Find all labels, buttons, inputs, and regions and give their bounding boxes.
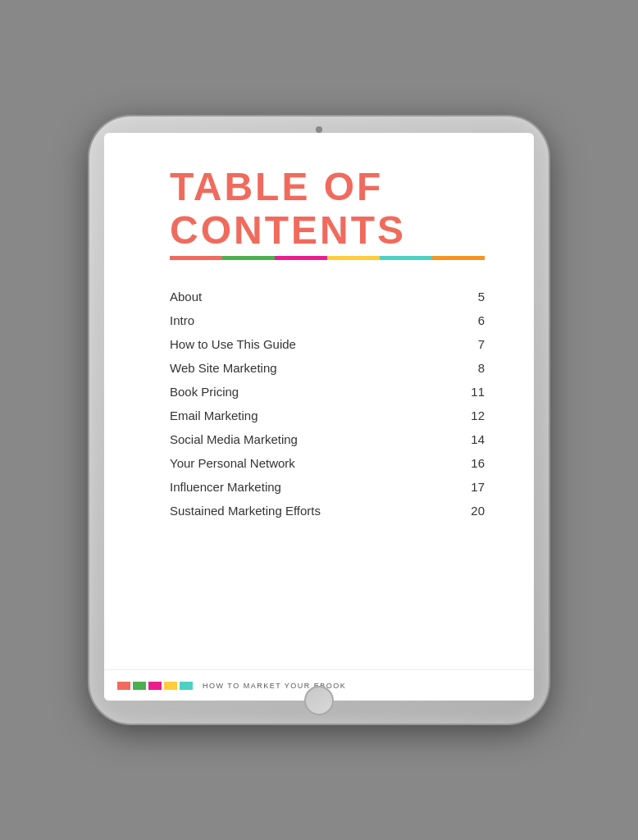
toc-row[interactable]: About5 (170, 285, 485, 308)
toc-row[interactable]: Social Media Marketing14 (170, 427, 485, 451)
footer-block-green (133, 682, 146, 690)
toc-item-page: 6 (478, 313, 485, 327)
toc-item-page: 14 (471, 432, 485, 446)
toc-row[interactable]: Web Site Marketing8 (170, 356, 485, 380)
toc-item-label: Sustained Marketing Efforts (170, 504, 321, 518)
toc-item-page: 5 (478, 290, 485, 304)
page-title: TABLE OF CONTENTS (170, 166, 485, 253)
footer-color-blocks (117, 682, 193, 690)
title-section: TABLE OF CONTENTS (170, 166, 485, 260)
color-bar-green (222, 256, 275, 260)
page-content: TABLE OF CONTENTS About5Intro6How to Use… (104, 133, 534, 669)
toc-row[interactable]: Intro6 (170, 308, 485, 332)
color-bar-orange (432, 256, 485, 260)
toc-table: About5Intro6How to Use This Guide7Web Si… (170, 285, 485, 523)
color-bar (170, 256, 485, 260)
toc-item-page: 16 (471, 456, 485, 470)
toc-item-label: How to Use This Guide (170, 337, 296, 351)
toc-item-label: Book Pricing (170, 385, 239, 399)
footer-block-red (117, 682, 130, 690)
toc-item-label: Social Media Marketing (170, 432, 298, 446)
color-bar-pink (275, 256, 327, 260)
toc-item-label: Influencer Marketing (170, 480, 281, 494)
toc-item-label: Intro (170, 313, 194, 327)
tablet-screen: TABLE OF CONTENTS About5Intro6How to Use… (104, 133, 534, 701)
tablet-device: TABLE OF CONTENTS About5Intro6How to Use… (89, 116, 549, 724)
toc-item-page: 20 (471, 504, 485, 518)
toc-item-page: 12 (471, 409, 485, 422)
toc-item-label: About (170, 290, 202, 304)
footer-block-pink (148, 682, 162, 690)
color-bar-teal (380, 256, 432, 260)
toc-item-label: Email Marketing (170, 409, 258, 422)
home-button[interactable] (304, 686, 334, 715)
toc-row[interactable]: How to Use This Guide7 (170, 332, 485, 356)
toc-row[interactable]: Email Marketing12 (170, 404, 485, 427)
toc-row[interactable]: Influencer Marketing17 (170, 475, 485, 499)
toc-item-page: 17 (471, 480, 485, 494)
toc-item-label: Web Site Marketing (170, 361, 277, 375)
toc-row[interactable]: Sustained Marketing Efforts20 (170, 499, 485, 523)
footer-block-yellow (164, 682, 177, 690)
toc-item-page: 11 (471, 385, 485, 399)
toc-item-page: 7 (478, 337, 485, 351)
toc-row[interactable]: Book Pricing11 (170, 380, 485, 404)
toc-item-label: Your Personal Network (170, 456, 295, 470)
toc-item-page: 8 (478, 361, 485, 375)
color-bar-yellow (327, 256, 380, 260)
camera-dot (316, 126, 322, 133)
toc-row[interactable]: Your Personal Network16 (170, 451, 485, 475)
color-bar-red (170, 256, 222, 260)
footer-block-teal (180, 682, 193, 690)
